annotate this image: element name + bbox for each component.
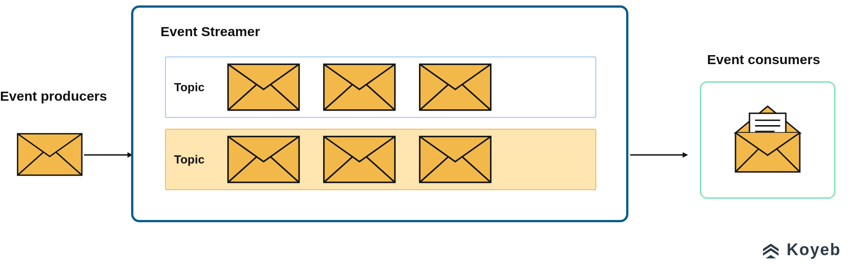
topic-row-1: Topic bbox=[165, 56, 596, 118]
open-envelope-icon bbox=[722, 101, 813, 179]
producer-envelope-icon bbox=[16, 132, 83, 177]
topic-label: Topic bbox=[174, 153, 211, 167]
event-streamer-box: Event Streamer Topic Topic bbox=[131, 5, 628, 222]
consumer-box bbox=[700, 81, 835, 199]
topic-label: Topic bbox=[174, 80, 211, 94]
envelope-icon bbox=[416, 135, 494, 184]
topic-2-items bbox=[225, 135, 494, 184]
envelope-icon bbox=[321, 63, 398, 112]
envelope-icon bbox=[321, 135, 398, 184]
brand-name: Koyeb bbox=[787, 240, 841, 259]
diagram-stage: { "producers": { "label": "Event produce… bbox=[0, 0, 868, 271]
envelope-icon bbox=[225, 63, 302, 112]
koyeb-logo-icon bbox=[760, 238, 781, 261]
producers-label: Event producers bbox=[0, 89, 107, 104]
topic-row-2: Topic bbox=[165, 129, 596, 190]
topic-1-items bbox=[225, 63, 494, 112]
streamer-title: Event Streamer bbox=[160, 24, 260, 39]
consumers-label: Event consumers bbox=[707, 52, 820, 67]
envelope-icon bbox=[416, 63, 494, 112]
brand-logo: Koyeb bbox=[760, 238, 841, 261]
envelope-icon bbox=[225, 135, 302, 184]
